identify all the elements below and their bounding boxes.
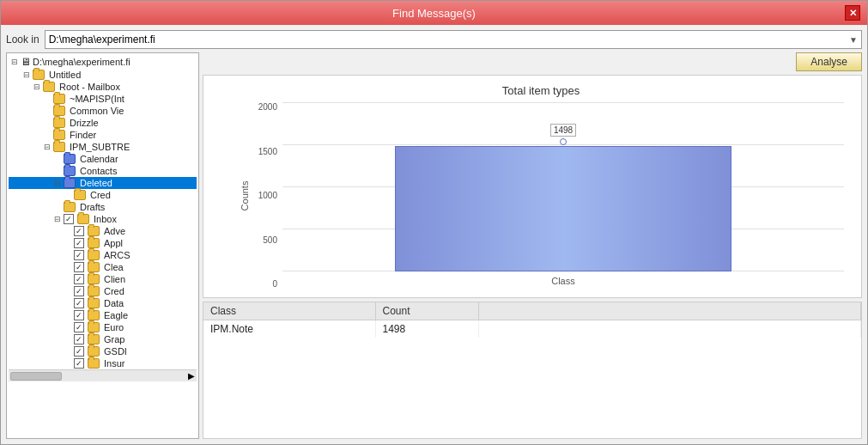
tree-item-inbox[interactable]: ⊟ ✓ Inbox: [9, 213, 197, 225]
expand-icon: [53, 203, 62, 211]
expand-icon: [64, 239, 72, 247]
folder-blue-icon: [64, 178, 76, 188]
expand-icon: [64, 299, 72, 308]
checkbox-icon[interactable]: ✓: [74, 250, 84, 260]
tree-item-grap[interactable]: ✓ Grap: [9, 333, 197, 345]
checkbox-icon[interactable]: ✓: [74, 298, 84, 308]
expand-icon: ⊟: [22, 70, 31, 79]
y-tick-1500: 1500: [258, 147, 277, 156]
tree-item-cred[interactable]: Cred: [9, 189, 197, 201]
chart-plot: 1498 Class: [282, 102, 844, 289]
tree-item-contacts[interactable]: Contacts: [9, 165, 197, 177]
folder-icon: [88, 310, 100, 320]
checkbox-icon[interactable]: ✓: [74, 322, 84, 332]
tree-label: Finder: [70, 130, 96, 140]
tree-item-drafts[interactable]: Drafts: [9, 201, 197, 213]
tree-item-appl[interactable]: ✓ Appl: [9, 237, 197, 249]
y-axis-label: Counts: [240, 180, 250, 210]
tree-item-gsdi[interactable]: ✓ GSDI: [9, 345, 197, 357]
scroll-right-icon[interactable]: ▶: [188, 371, 195, 381]
expand-icon: ⊟: [53, 179, 62, 187]
expand-icon: [64, 275, 72, 283]
window-body: Look in D:\megha\experiment.fi ▼ ⊟ 🖥 D:\…: [1, 25, 867, 444]
folder-icon: [88, 250, 100, 260]
tree-item-ipm[interactable]: ⊟ IPM_SUBTRE: [9, 141, 197, 153]
tree-item-arcs[interactable]: ✓ ARCS: [9, 249, 197, 261]
col-count: Count: [375, 302, 478, 320]
tree-item-cred2[interactable]: ✓ Cred: [9, 285, 197, 297]
tree-item-finder[interactable]: Finder: [9, 129, 197, 141]
title-bar: Find Message(s) ✕: [1, 1, 867, 25]
tree-item-untitled[interactable]: ⊟ Untitled: [9, 69, 197, 81]
folder-icon: [88, 262, 100, 272]
chart-area: Total item types Counts 2000 1500 1000: [203, 75, 862, 298]
col-empty: [478, 302, 861, 320]
expand-icon: [64, 287, 72, 296]
expand-icon: [64, 227, 72, 235]
folder-icon: [88, 358, 100, 369]
window-title: Find Message(s): [23, 7, 845, 20]
tree-panel[interactable]: ⊟ 🖥 D:\megha\experiment.fi ⊟ Untitled ⊟ …: [6, 52, 199, 439]
tree-label: Deleted: [80, 178, 112, 188]
expand-icon: [43, 131, 52, 139]
tree-label: Inbox: [94, 214, 117, 224]
tree-item-adve[interactable]: ✓ Adve: [9, 225, 197, 237]
folder-icon: [53, 106, 65, 116]
tree-label: Drizzle: [70, 118, 99, 128]
checkbox-icon[interactable]: ✓: [74, 262, 84, 272]
tree-item-insur[interactable]: ✓ Insur: [9, 357, 197, 369]
tree-label: Untitled: [49, 70, 81, 80]
analyse-row: Analyse: [203, 52, 862, 71]
checkbox-icon[interactable]: ✓: [74, 334, 84, 344]
expand-icon: [43, 94, 52, 103]
tree-item-mapisp[interactable]: ~MAPISP(Int: [9, 93, 197, 105]
bar: [395, 146, 731, 271]
tree-label: Data: [104, 298, 124, 308]
folder-icon: [53, 142, 65, 152]
tree-scrollbar[interactable]: ▶: [9, 369, 197, 381]
tree-item-clien[interactable]: ✓ Clien: [9, 273, 197, 285]
checkbox-icon[interactable]: ✓: [74, 226, 84, 236]
tree-item-drive[interactable]: ⊟ 🖥 D:\megha\experiment.fi: [9, 55, 197, 69]
tree-item-root-mailbox[interactable]: ⊟ Root - Mailbox: [9, 81, 197, 93]
expand-icon: [64, 359, 72, 368]
checkbox-icon[interactable]: ✓: [64, 214, 74, 224]
table-row: IPM.Note 1498: [203, 320, 861, 338]
folder-icon: [74, 190, 86, 200]
checkbox-icon[interactable]: ✓: [74, 346, 84, 357]
tree-item-common[interactable]: Common Vie: [9, 105, 197, 117]
checkbox-icon[interactable]: ✓: [74, 238, 84, 248]
close-button[interactable]: ✕: [845, 5, 860, 21]
folder-icon: [88, 226, 100, 236]
folder-icon: [88, 346, 100, 357]
main-area: ⊟ 🖥 D:\megha\experiment.fi ⊟ Untitled ⊟ …: [6, 52, 862, 439]
expand-icon: ⊟: [53, 215, 62, 223]
bar-tooltip: 1498: [550, 124, 576, 137]
tree-label: Clea: [104, 262, 124, 272]
expand-icon: [64, 191, 72, 199]
tree-label: D:\megha\experiment.fi: [33, 57, 131, 67]
look-in-bar: Look in D:\megha\experiment.fi ▼: [6, 30, 862, 49]
tree-item-eagle[interactable]: ✓ Eagle: [9, 309, 197, 321]
checkbox-icon[interactable]: ✓: [74, 286, 84, 296]
x-axis-labels: Class: [282, 273, 844, 289]
look-in-dropdown[interactable]: D:\megha\experiment.fi ▼: [45, 30, 862, 49]
tree-item-drizzle[interactable]: Drizzle: [9, 117, 197, 129]
look-in-label: Look in: [6, 34, 39, 46]
y-tick-1000: 1000: [258, 191, 277, 200]
cell-count: 1498: [375, 320, 478, 338]
tree-item-deleted[interactable]: ⊟ Deleted: [9, 177, 197, 189]
tree-item-data[interactable]: ✓ Data: [9, 297, 197, 309]
scrollbar-thumb[interactable]: [10, 372, 62, 381]
table-area[interactable]: Class Count IPM.Note 1498: [203, 302, 862, 439]
y-tick-0: 0: [272, 279, 277, 289]
tree-item-clea[interactable]: ✓ Clea: [9, 261, 197, 273]
tree-item-euro[interactable]: ✓ Euro: [9, 321, 197, 333]
tree-label: Contacts: [80, 166, 117, 176]
analyse-button[interactable]: Analyse: [796, 52, 862, 71]
checkbox-icon[interactable]: ✓: [74, 358, 84, 369]
checkbox-icon[interactable]: ✓: [74, 274, 84, 284]
folder-icon: [53, 94, 65, 104]
tree-item-calendar[interactable]: Calendar: [9, 153, 197, 165]
checkbox-icon[interactable]: ✓: [74, 310, 84, 320]
